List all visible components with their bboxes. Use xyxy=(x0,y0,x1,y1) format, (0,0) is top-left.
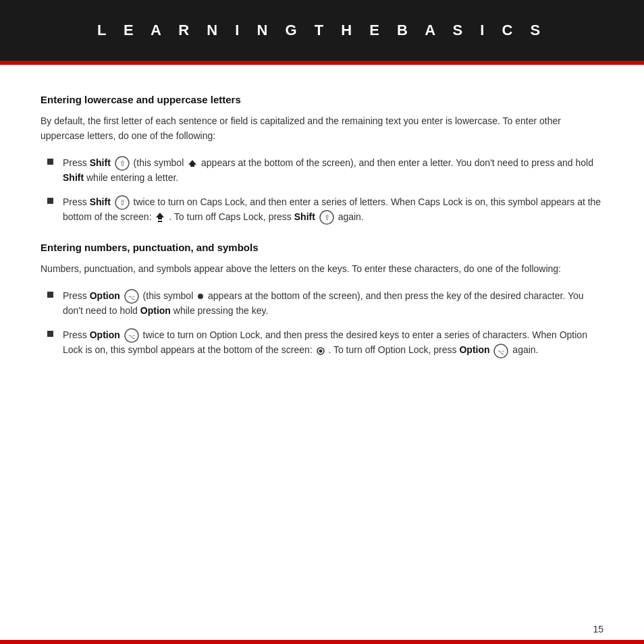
bold-shift-4: Shift xyxy=(294,211,315,222)
svg-text:⇧: ⇧ xyxy=(119,159,125,167)
shift-icon-2: ⇧ xyxy=(115,195,130,210)
option-icon-1: ⌥ xyxy=(124,289,139,304)
section-numbers-punctuation: Entering numbers, punctuation, and symbo… xyxy=(41,240,603,358)
svg-marker-2 xyxy=(188,160,196,167)
svg-point-15 xyxy=(319,349,322,352)
bold-option-4: Option xyxy=(459,344,489,355)
section1-bullet-2-text: Press Shift ⇧ twice to turn on Caps Lock… xyxy=(63,195,603,225)
svg-text:⌥: ⌥ xyxy=(128,333,135,340)
section2-bullet-1-text: Press Option ⌥ (this symbol appears at t… xyxy=(63,289,603,319)
section2-bullet-list: Press Option ⌥ (this symbol appears at t… xyxy=(41,289,603,358)
section2-title: Entering numbers, punctuation, and symbo… xyxy=(41,240,603,255)
bold-shift-1: Shift xyxy=(90,157,111,168)
bold-shift-2: Shift xyxy=(63,172,84,183)
option-icon-2: ⌥ xyxy=(124,328,139,343)
header-title: L E A R N I N G T H E B A S I C S xyxy=(97,22,547,39)
bold-option-2: Option xyxy=(140,305,171,316)
bullet-square-2 xyxy=(47,198,53,204)
svg-text:⌥: ⌥ xyxy=(128,294,135,301)
section-lowercase-uppercase: Entering lowercase and uppercase letters… xyxy=(41,92,603,225)
option-dot-symbol-1 xyxy=(197,293,204,300)
section1-bullet-1-text: Press Shift ⇧ (this symbol appears at th… xyxy=(63,156,603,186)
bullet-square-3 xyxy=(47,292,53,298)
section1-bullet-2: Press Shift ⇧ twice to turn on Caps Lock… xyxy=(47,195,603,225)
svg-rect-6 xyxy=(158,221,162,222)
svg-marker-5 xyxy=(156,213,164,219)
svg-text:⇧: ⇧ xyxy=(119,198,125,207)
bullet-square-4 xyxy=(47,331,53,337)
section2-bullet-2: Press Option ⌥ twice to turn on Option L… xyxy=(47,328,603,358)
svg-point-11 xyxy=(198,294,203,299)
red-line-bottom xyxy=(0,640,644,644)
svg-text:⇧: ⇧ xyxy=(323,213,329,221)
svg-text:⌥: ⌥ xyxy=(498,348,504,355)
bold-option-1: Option xyxy=(90,290,120,301)
footer: 15 xyxy=(0,640,644,644)
option-lock-symbol xyxy=(317,347,325,355)
shift-icon-3: ⇧ xyxy=(319,210,334,225)
section1-title: Entering lowercase and uppercase letters xyxy=(41,92,603,107)
section1-body: By default, the first letter of each sen… xyxy=(41,114,603,143)
bold-shift-3: Shift xyxy=(90,196,111,207)
main-content: Entering lowercase and uppercase letters… xyxy=(0,65,644,400)
bullet-square-1 xyxy=(47,159,53,165)
section2-bullet-1: Press Option ⌥ (this symbol appears at t… xyxy=(47,289,603,319)
section1-bullet-1: Press Shift ⇧ (this symbol appears at th… xyxy=(47,156,603,186)
section2-bullet-2-text: Press Option ⌥ twice to turn on Option L… xyxy=(63,328,603,358)
option-icon-3: ⌥ xyxy=(493,344,508,358)
bold-option-3: Option xyxy=(90,329,120,340)
caps-arrow-symbol-1 xyxy=(188,159,197,168)
section2-body: Numbers, punctuation, and symbols appear… xyxy=(41,262,603,277)
caps-lock-on-symbol xyxy=(155,212,165,223)
header-bar: L E A R N I N G T H E B A S I C S xyxy=(0,0,644,61)
shift-icon-1: ⇧ xyxy=(115,156,130,171)
section1-bullet-list: Press Shift ⇧ (this symbol appears at th… xyxy=(41,156,603,225)
page-number: 15 xyxy=(593,624,603,635)
